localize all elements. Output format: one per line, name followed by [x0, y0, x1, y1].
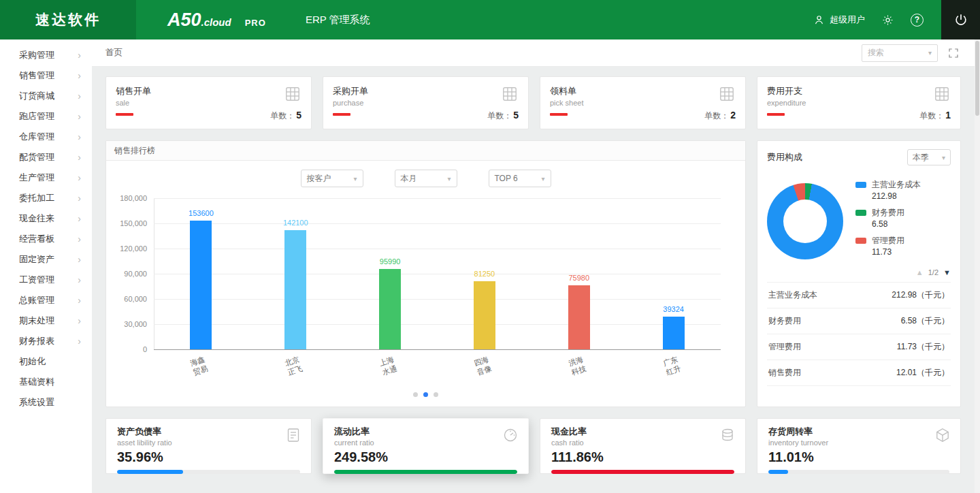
- stat-card-accent: [550, 113, 568, 116]
- legend-swatch: [855, 210, 866, 216]
- breadcrumb[interactable]: 首页: [105, 47, 122, 59]
- fullscreen-icon[interactable]: [947, 47, 960, 59]
- pager-down-icon[interactable]: ▼: [943, 268, 951, 276]
- chevron-right-icon: ›: [78, 213, 81, 224]
- stat-card-count: 单数：5: [270, 110, 301, 122]
- sidebar-item[interactable]: 采购管理›: [0, 45, 92, 65]
- carousel-dot[interactable]: [434, 392, 438, 397]
- sidebar-item[interactable]: 配货管理›: [0, 147, 92, 168]
- sidebar-item[interactable]: 订货商城›: [0, 86, 92, 106]
- bar-海鑫贸易[interactable]: [190, 221, 212, 349]
- sidebar-item[interactable]: 系统设置: [0, 392, 92, 413]
- progress-track: [551, 470, 734, 474]
- bar-洪海科技[interactable]: [568, 285, 590, 349]
- y-axis-tick: 90,000: [108, 270, 147, 278]
- legend-label: 财务费用: [872, 207, 904, 219]
- sidebar-item[interactable]: 委托加工›: [0, 188, 92, 208]
- stat-card[interactable]: 费用开支expenditure单数：1: [757, 76, 961, 129]
- carousel-dot[interactable]: [423, 392, 428, 397]
- customer-filter-select[interactable]: 按客户 ▾: [301, 170, 363, 187]
- sidebar-item[interactable]: 仓库管理›: [0, 127, 92, 147]
- calculator-icon: [933, 85, 951, 103]
- expense-row-label: 管理费用: [768, 341, 801, 353]
- sidebar-item-label: 采购管理: [19, 49, 78, 61]
- chevron-right-icon: ›: [78, 274, 81, 285]
- search-select[interactable]: 搜索 ▾: [862, 44, 938, 62]
- sidebar-item-label: 期末处理: [19, 315, 78, 327]
- ratio-card-subtitle: current ratio: [334, 439, 517, 447]
- month-filter-select[interactable]: 本月 ▾: [395, 170, 457, 187]
- y-axis-tick: 150,000: [108, 219, 147, 227]
- ratio-card-subtitle: inventory turnover: [768, 439, 949, 447]
- sidebar-item[interactable]: 工资管理›: [0, 270, 92, 290]
- stat-card-accent: [116, 113, 133, 116]
- chevron-right-icon: ›: [78, 193, 81, 204]
- stat-card-count: 单数：2: [704, 110, 736, 122]
- legend-entry[interactable]: 财务费用6.58: [855, 207, 921, 229]
- gear-icon[interactable]: [881, 14, 894, 27]
- chevron-right-icon: ›: [78, 91, 81, 101]
- y-axis-tick: 120,000: [108, 244, 147, 253]
- expense-row: 主营业务成本212.98（千元）: [767, 283, 951, 308]
- stat-card[interactable]: 领料单pick sheet单数：2: [540, 76, 746, 129]
- carousel-dot[interactable]: [413, 392, 418, 397]
- period-value: 本季: [913, 152, 929, 163]
- progress-fill: [117, 470, 183, 474]
- app-header: 速达软件 A50 .cloud PRO ERP 管理系统 超级用户 ?: [0, 0, 980, 39]
- sidebar-item[interactable]: 财务报表›: [0, 331, 92, 351]
- user-menu[interactable]: 超级用户: [813, 14, 865, 27]
- stat-card-subtitle: purchase: [333, 99, 519, 107]
- sidebar-item[interactable]: 初始化: [0, 351, 92, 372]
- sidebar-item[interactable]: 生产管理›: [0, 168, 92, 188]
- pager-up-icon[interactable]: ▲: [916, 268, 924, 276]
- period-select[interactable]: 本季 ▾: [907, 149, 951, 165]
- legend-entry[interactable]: 管理费用11.73: [855, 235, 921, 257]
- sidebar-item[interactable]: 跑店管理›: [0, 106, 92, 127]
- sidebar-item[interactable]: 现金往来›: [0, 208, 92, 229]
- ratio-card[interactable]: 存货周转率inventory turnover11.01%: [757, 418, 961, 474]
- sidebar-item[interactable]: 固定资产›: [0, 249, 92, 270]
- stat-card[interactable]: 销售开单sale单数：5: [105, 76, 312, 129]
- help-icon[interactable]: ?: [911, 14, 924, 27]
- sidebar-item[interactable]: 基础资料: [0, 372, 92, 392]
- bar-value-label: 153600: [189, 209, 214, 217]
- power-icon: [953, 12, 968, 27]
- sidebar-item-label: 经营看板: [19, 233, 78, 245]
- bar-北京正飞[interactable]: [284, 230, 306, 349]
- dashboard: 销售开单sale单数：5采购开单purchase单数：5领料单pick shee…: [92, 67, 980, 474]
- sidebar-item-label: 配货管理: [19, 151, 78, 163]
- bar-四海音像[interactable]: [474, 281, 495, 349]
- sidebar-item[interactable]: 期末处理›: [0, 311, 92, 331]
- logout-button[interactable]: [941, 0, 980, 39]
- ratio-card[interactable]: 现金比率cash ratio111.86%: [540, 418, 746, 474]
- vertical-scrollbar[interactable]: [975, 39, 980, 493]
- scrollbar-thumb[interactable]: [975, 41, 979, 116]
- x-axis-tick: 海鑫贸易: [189, 354, 210, 377]
- bar-上海水通[interactable]: [379, 269, 401, 349]
- x-axis-tick: 北京正飞: [284, 354, 304, 377]
- gridline: [154, 274, 721, 274]
- donut-chart: [767, 183, 843, 259]
- search-select-label: 搜索: [868, 47, 884, 59]
- ratio-card-title: 现金比率: [551, 426, 734, 438]
- legend-value: 11.73: [872, 247, 921, 257]
- stat-card[interactable]: 采购开单purchase单数：5: [323, 76, 529, 129]
- ratio-card[interactable]: 资产负债率asset libility ratio35.96%: [105, 418, 312, 474]
- gridline: [154, 299, 721, 300]
- sidebar-item[interactable]: 经营看板›: [0, 229, 92, 249]
- expense-row-label: 销售费用: [768, 367, 801, 379]
- sidebar-item[interactable]: 销售管理›: [0, 65, 92, 86]
- sidebar-item[interactable]: 总账管理›: [0, 290, 92, 311]
- bar-value-label: 39324: [663, 305, 684, 313]
- progress-fill: [768, 470, 788, 474]
- top-filter-select[interactable]: TOP 6 ▾: [489, 170, 551, 187]
- sidebar-item-label: 总账管理: [19, 294, 78, 306]
- gridline: [154, 249, 721, 249]
- legend-entry[interactable]: 主营业务成本212.98: [855, 179, 921, 201]
- bar-广东红升[interactable]: [663, 317, 685, 349]
- sidebar-item-label: 跑店管理: [19, 110, 78, 123]
- bar-chart-area: 030,00060,00090,000120,000150,000180,000…: [154, 198, 721, 349]
- ratio-card[interactable]: 流动比率current ratio249.58%: [323, 418, 529, 474]
- ratio-card-value: 249.58%: [334, 449, 517, 465]
- chevron-right-icon: ›: [78, 111, 81, 122]
